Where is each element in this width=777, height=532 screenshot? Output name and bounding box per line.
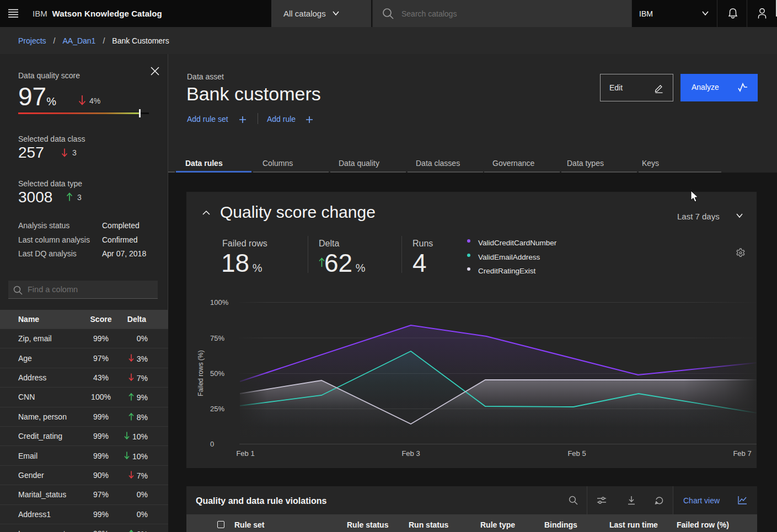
svg-text:Feb 1: Feb 1	[236, 449, 254, 458]
svg-text:Feb 7: Feb 7	[733, 449, 751, 458]
svg-text:75%: 75%	[210, 334, 224, 342]
svg-text:100%: 100%	[210, 298, 229, 307]
svg-text:50%: 50%	[210, 369, 224, 378]
svg-text:25%: 25%	[210, 405, 224, 413]
svg-text:0: 0	[210, 440, 214, 448]
svg-text:Feb 5: Feb 5	[567, 449, 586, 458]
svg-text:Feb 3: Feb 3	[401, 449, 420, 458]
